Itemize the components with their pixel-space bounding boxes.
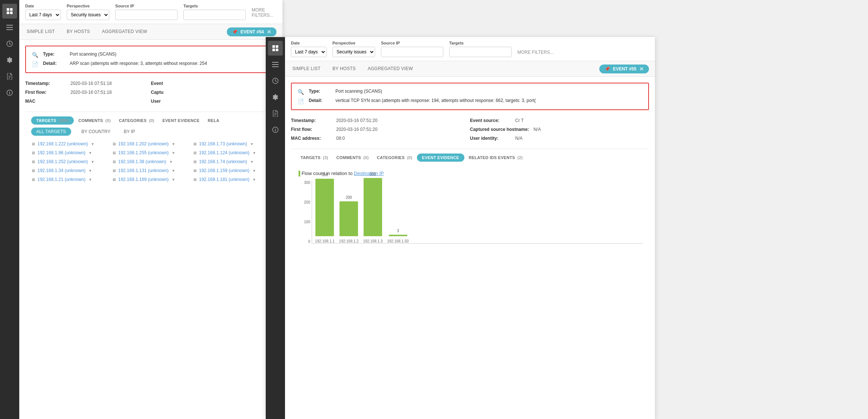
detail-row-2: 📄 Detail: vertical TCP SYN scan (attempt… <box>298 96 642 106</box>
by-ip-tab-1[interactable]: BY IP <box>121 128 138 136</box>
chart-destination-ip-link[interactable]: Destination IP <box>354 171 384 176</box>
targets-tab-1[interactable]: TARGETS (255) <box>31 116 74 125</box>
tab-active-event-2[interactable]: 📌 EVENT #55 ✕ <box>599 65 649 73</box>
tab-simple-list-1[interactable]: SIMPLE LIST <box>25 24 56 40</box>
evidence-tab-1[interactable]: EVENT EVIDENCE <box>159 116 203 125</box>
sidebar-icon-gear[interactable] <box>2 53 17 67</box>
target-arrow: ▼ <box>252 151 256 155</box>
sourceip-input-1[interactable] <box>115 10 178 20</box>
target-arrow: ▼ <box>252 169 256 173</box>
inner-icon-clock-2[interactable] <box>268 73 283 88</box>
pin-icon-2: 📌 <box>604 66 610 72</box>
event-card-2: 🔍 Type: Port scanning (SCANS) 📄 Detail: … <box>291 83 649 110</box>
chart-bar-group: 3192.168.1.50 <box>387 235 408 243</box>
more-filters-1[interactable]: MORE FILTERS... <box>252 7 276 20</box>
inner-icon-list-2[interactable] <box>268 57 283 72</box>
list-item[interactable]: 🖥192.168.1.34 (unknown)▼ <box>31 167 109 174</box>
tab-by-hosts-2[interactable]: BY HOSTS <box>331 61 357 77</box>
tab-by-hosts-1[interactable]: BY HOSTS <box>65 24 92 40</box>
chart-bar[interactable]: 330 <box>315 179 334 236</box>
mac-label-1: MAC <box>25 99 66 104</box>
sourceip-input-2[interactable] <box>381 47 443 57</box>
list-item[interactable]: 🖥192.168.1.131 (unknown)▼ <box>112 167 190 174</box>
sidebar-icon-grid[interactable] <box>2 4 17 19</box>
by-country-tab-1[interactable]: BY COUNTRY <box>79 128 113 136</box>
targets-input-1[interactable] <box>183 10 246 20</box>
more-filters-2[interactable]: MORE FILTERS... <box>517 50 554 57</box>
inner-icon-doc-2[interactable] <box>268 106 283 121</box>
captured-label-2: Captured source hostname: <box>470 127 529 132</box>
list-item[interactable]: 🖥192.168.1.222 (unknown)▼ <box>31 140 109 148</box>
svg-rect-1 <box>10 8 13 11</box>
tab-aggregated-1[interactable]: AGGREGATED VIEW <box>100 24 149 40</box>
list-item[interactable]: 🖥192.168.1.169 (unknown)▼ <box>112 176 190 183</box>
chart-bar[interactable]: 200 <box>339 201 358 236</box>
inner-icon-grid-2[interactable] <box>268 41 283 56</box>
firstflow-label-1: First flow: <box>25 90 66 95</box>
sidebar-icon-document[interactable] <box>2 69 17 84</box>
date-filter-group-1: Date Last 7 days <box>25 4 61 20</box>
sidebar-icon-info[interactable] <box>2 85 17 100</box>
date-select-1[interactable]: Last 7 days <box>25 10 61 20</box>
captured-row-2: Captured source hostname: N/A <box>470 125 649 134</box>
chart-bar[interactable]: 3 <box>389 235 407 236</box>
sidebar-icon-list[interactable] <box>2 20 17 35</box>
target-icon: 🖥 <box>193 177 197 182</box>
tab-simple-list-2[interactable]: SIMPLE LIST <box>291 61 322 77</box>
tab-active-event-1[interactable]: 📌 EVENT #54 ✕ <box>227 27 276 36</box>
target-arrow: ▼ <box>172 151 175 155</box>
date-select-2[interactable]: Last 7 days <box>291 47 327 57</box>
evidence-tab-2[interactable]: EVENT EVIDENCE <box>417 154 464 162</box>
related-tab-2[interactable]: RELATED IDS EVENTS (2) <box>465 154 527 162</box>
list-item[interactable]: 🖥192.168.1.252 (unknown)▼ <box>31 158 109 165</box>
perspective-select-1[interactable]: Security issues <box>67 10 109 20</box>
list-item[interactable]: 🖥192.168.1.181 (unknown)▼ <box>193 176 271 183</box>
perspective-select-2[interactable]: Security issues <box>332 47 375 57</box>
tab-close-1[interactable]: ✕ <box>267 29 271 35</box>
list-item[interactable]: 🖥192.168.1.255 (unknown)▼ <box>112 149 190 156</box>
categories-tab-1[interactable]: CATEGORIES (0) <box>115 116 158 125</box>
chart-bar-value: 3 <box>397 229 399 233</box>
chart-bars: 330192.168.1.1200192.168.1.2335192.168.1… <box>312 181 643 244</box>
meta-grid-2: Timestamp: 2020-03-16 07:51:20 Event sou… <box>291 116 649 143</box>
list-item[interactable]: 🖥192.168.1.74 (unknown)▼ <box>193 158 271 165</box>
chart-bar[interactable]: 335 <box>364 178 382 236</box>
related-tab-1[interactable]: RELA <box>204 116 223 125</box>
targets-input-2[interactable] <box>449 47 511 57</box>
targets-tab-2[interactable]: TARGETS (3) <box>297 154 332 162</box>
perspective-filter-group-1: Perspective Security issues <box>67 4 109 20</box>
inner-icon-info-2[interactable] <box>268 122 283 137</box>
tab-close-2[interactable]: ✕ <box>639 66 644 72</box>
list-item[interactable]: 🖥192.168.1.159 (unknown)▼ <box>193 167 271 174</box>
perspective-label-2: Perspective <box>332 41 375 45</box>
list-item[interactable]: 🖥192.168.1.38 (unknown)▼ <box>112 158 190 165</box>
target-arrow: ▼ <box>88 151 92 155</box>
list-item[interactable]: 🖥192.168.1.73 (unknown)▼ <box>193 140 271 148</box>
list-item[interactable]: 🖥192.168.1.124 (unknown)▼ <box>193 149 271 156</box>
list-item[interactable]: 🖥192.168.1.21 (unknown)▼ <box>31 176 109 183</box>
window-1: Date Last 7 days Perspective Security is… <box>19 0 282 419</box>
svg-rect-3 <box>10 11 13 14</box>
timestamp-label-2: Timestamp: <box>291 118 332 123</box>
tab-bar-1: SIMPLE LIST BY HOSTS AGGREGATED VIEW 📌 E… <box>19 24 282 40</box>
list-item[interactable]: 🖥192.168.1.202 (unknown)▼ <box>112 140 190 148</box>
sidebar-icon-clock[interactable] <box>2 36 17 51</box>
chart-section-2: ▐ Flow count in relation to Destination … <box>291 165 649 261</box>
event-card-1: 🔍 Type: Port scanning (SCANS) 📄 Detail: … <box>25 46 276 73</box>
inner-icon-gear-2[interactable] <box>268 90 283 105</box>
list-item[interactable]: 🖥192.168.1.96 (unknown)▼ <box>31 149 109 156</box>
bottom-tabs-2: TARGETS (3) COMMENTS (0) CATEGORIES (0) <box>291 149 649 165</box>
comments-tab-2[interactable]: COMMENTS (0) <box>333 154 372 162</box>
chart-y-labels: 300 200 100 0 <box>297 181 310 244</box>
meta-grid-1: Timestamp: 2020-03-16 07:51:18 Event Fir… <box>25 79 276 106</box>
windows-container: Date Last 7 days Perspective Security is… <box>19 0 868 419</box>
chart-container-2: 300 200 100 0 330192.168.1.1200192.168.1… <box>297 181 643 255</box>
target-icon: 🖥 <box>112 168 116 173</box>
inner-main-2: Date Last 7 days Perspective Security is… <box>285 37 655 419</box>
tab-bar-2: SIMPLE LIST BY HOSTS AGGREGATED VIEW 📌 E… <box>285 61 655 77</box>
target-icon: 🖥 <box>31 159 35 164</box>
all-targets-tab-1[interactable]: ALL TARGETS <box>31 128 71 136</box>
tab-aggregated-2[interactable]: AGGREGATED VIEW <box>366 61 414 77</box>
categories-tab-2[interactable]: CATEGORIES (0) <box>373 154 416 162</box>
comments-tab-1[interactable]: COMMENTS (0) <box>74 116 114 125</box>
